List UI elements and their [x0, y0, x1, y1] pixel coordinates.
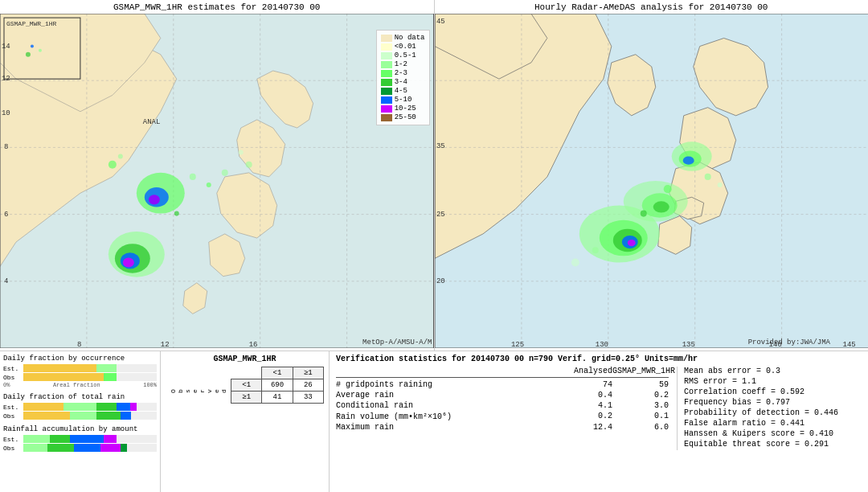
stat-val2-3: 0.1	[612, 412, 669, 421]
stat-row-4: Maximum rain 12.4 6.0	[336, 423, 669, 432]
occurrence-est-fill	[23, 364, 96, 372]
svg-text:8: 8	[77, 340, 81, 348]
cont-val-41: 41	[262, 392, 293, 404]
occurrence-obs-bar	[23, 373, 157, 381]
totalrain-est-label: Est.	[3, 404, 23, 411]
stat-hanssen-label: Hanssen & Kuipers score = 0.410	[684, 429, 833, 438]
svg-text:6: 6	[4, 210, 8, 219]
occurrence-est-bar	[23, 364, 157, 372]
contingency-table: <1 ≥1 Observed <1 690 26 ≥1 41 33	[166, 367, 324, 404]
stat-val2-0: 59	[612, 380, 669, 389]
occurrence-obs-label: Obs	[3, 374, 23, 381]
accum-est-fill2	[50, 435, 70, 443]
svg-text:130: 130	[595, 340, 608, 348]
stat-val1-4: 12.4	[556, 423, 612, 432]
occurrence-est-fill2	[96, 364, 117, 372]
bottom-left-charts: Daily fraction by occurrence Est. Obs	[0, 351, 161, 492]
stat-corr-coeff: Correlation coeff = 0.592	[684, 387, 862, 396]
svg-text:Provided by:JWA/JMA: Provided by:JWA/JMA	[747, 338, 830, 346]
accum-est-bar	[23, 435, 157, 443]
legend-item-4-5: 4-5	[381, 87, 425, 95]
svg-point-28	[174, 211, 179, 216]
accum-est-label: Est.	[3, 436, 23, 443]
verification-title: Verification statistics for 20140730 00 …	[336, 355, 862, 363]
bottom-stats: Verification statistics for 20140730 00 …	[330, 351, 868, 492]
svg-point-27	[222, 170, 228, 176]
totalrain-est-fill4	[117, 403, 130, 411]
stat-equitable-threat: Equitable threat score = 0.291	[684, 440, 862, 449]
svg-point-79	[663, 185, 671, 193]
stat-false-alarm: False alarm ratio = 0.441	[684, 419, 862, 428]
stat-corr-label: Correlation coeff = 0.592	[684, 387, 805, 396]
svg-text:45: 45	[436, 17, 444, 26]
legend-item-2-3: 2-3	[381, 69, 425, 77]
totalrain-est-fill5	[130, 403, 137, 411]
legend-label-3-4: 3-4	[395, 78, 407, 86]
svg-text:25: 25	[436, 210, 444, 219]
stat-mean-abs-error: Mean abs error = 0.3	[684, 367, 862, 375]
left-map-title: GSMAP_MWR_1HR estimates for 20140730 00	[0, 0, 434, 14]
svg-point-77	[704, 174, 710, 180]
stat-name-0: # gridpoints raining	[336, 380, 556, 389]
legend-label-10-25: 10-25	[395, 105, 416, 113]
totalrain-est-fill1	[23, 403, 63, 411]
stat-false-alarm-label: False alarm ratio = 0.441	[684, 419, 805, 428]
totalrain-obs-fill3	[96, 412, 121, 420]
totalrain-obs-fill1	[23, 412, 70, 420]
legend-color-10-25	[381, 105, 392, 113]
svg-point-20	[149, 195, 160, 204]
stats-metrics-section: Mean abs error = 0.3 RMS error = 1.1 Cor…	[677, 367, 862, 450]
totalrain-obs-fill4	[121, 412, 131, 420]
legend-color-4-5	[381, 88, 392, 95]
left-map-panel: GSMAP_MWR_1HR estimates for 20140730 00	[0, 0, 435, 351]
legend-color-1-2	[381, 61, 392, 68]
right-map-svg: 45 35 20 125 130 135 140 145 25 P	[435, 14, 869, 348]
legend-item-nodata: No data	[381, 34, 425, 42]
legend-item-25-50: 25-50	[381, 113, 425, 121]
chart-totalrain-title: Daily fraction of total rain	[3, 393, 157, 401]
accum-obs-fill3	[74, 444, 100, 452]
left-map-watermark: MetOp-A/AMSU-A/M	[362, 338, 432, 346]
stat-name-1: Average rain	[336, 391, 556, 400]
svg-point-36	[31, 45, 34, 48]
stats-content: Analysed GSMAP_MWR_1HR # gridpoints rain…	[336, 367, 862, 450]
stats-table-section: Analysed GSMAP_MWR_1HR # gridpoints rain…	[336, 367, 669, 450]
legend-label-25-50: 25-50	[395, 113, 416, 121]
legend-item-5-10: 5-10	[381, 96, 425, 104]
stat-rms-error: RMS error = 1.1	[684, 377, 862, 386]
legend-label-5-10: 5-10	[395, 96, 412, 104]
left-map-content: ANAL GSMAP_MWR_1HR 14 12 10 8 6	[0, 14, 434, 348]
chart-totalrain: Daily fraction of total rain Est. Obs	[3, 393, 157, 420]
stat-hanssen-kuipers: Hanssen & Kuipers score = 0.410	[684, 429, 862, 438]
svg-text:20: 20	[436, 277, 444, 285]
legend-color-25-50	[381, 114, 392, 121]
svg-text:16: 16	[249, 340, 258, 348]
accum-est-fill4	[104, 435, 117, 443]
accum-obs-bar	[23, 444, 157, 452]
stat-row-3: Rain volume (mm•km²×10⁶) 0.2 0.1	[336, 412, 669, 421]
chart-occurrence-title: Daily fraction by occurrence	[3, 355, 157, 363]
accum-obs-fill1	[23, 444, 47, 452]
stat-name-4: Maximum rain	[336, 423, 556, 432]
svg-point-80	[640, 211, 646, 217]
stat-val2-2: 3.0	[612, 401, 669, 410]
stat-val2-1: 0.2	[612, 391, 669, 400]
map-legend: No data <0.01 0.5-1 1-2	[376, 30, 430, 125]
stat-freq-bias: Frequency bias = 0.797	[684, 398, 862, 407]
legend-color-nodata	[381, 35, 392, 42]
legend-color-lt001	[381, 43, 392, 51]
axis-areal: Areal fraction	[53, 382, 100, 388]
legend-label-lt001: <0.01	[395, 43, 416, 51]
stat-rms-label: RMS error = 1.1	[684, 377, 756, 386]
legend-item-lt001: <0.01	[381, 43, 425, 51]
accum-est-fill3	[70, 435, 104, 443]
svg-point-38	[26, 52, 31, 57]
svg-text:GSMAP_MWR_1HR: GSMAP_MWR_1HR	[6, 20, 56, 27]
svg-text:8: 8	[4, 142, 8, 151]
stats-header-analysed: Analysed	[556, 367, 612, 375]
cont-val-33: 33	[293, 392, 323, 404]
legend-label-1-2: 1-2	[395, 60, 407, 68]
stats-header: Analysed GSMAP_MWR_1HR	[336, 367, 669, 378]
svg-point-76	[653, 201, 669, 212]
svg-point-25	[190, 174, 196, 180]
